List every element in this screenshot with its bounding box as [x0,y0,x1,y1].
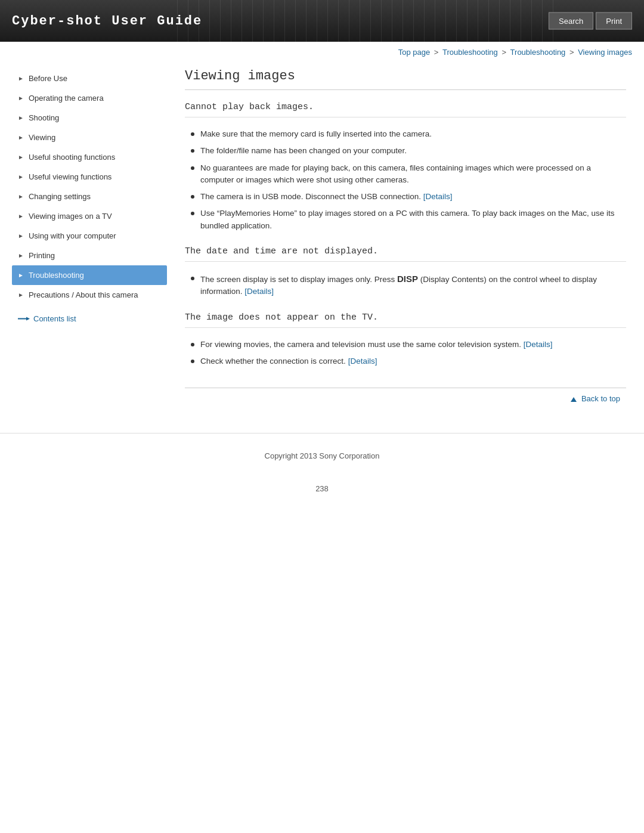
sidebar-item-useful-shooting[interactable]: ► Useful shooting functions [12,147,167,167]
section-title-cannot-playback: Cannot play back images. [185,102,626,117]
arrow-icon-troubleshooting: ► [18,272,24,278]
list-item-text: Check whether the connection is correct.… [200,355,377,367]
sidebar-label-before-use: Before Use [29,74,67,83]
list-item-text: The folder/file name has been changed on… [200,145,407,157]
arrow-icon-shooting: ► [18,114,24,121]
breadcrumb-sep-3: > [569,48,576,57]
list-item: Check whether the connection is correct.… [185,353,626,370]
search-button[interactable]: Search [549,13,593,30]
sidebar-label-shooting: Shooting [29,113,59,122]
arrow-icon-computer: ► [18,233,24,239]
sidebar-label-operating: Operating the camera [29,94,104,103]
list-item-text: Make sure that the memory card is fully … [200,128,432,140]
bullet-icon [191,343,194,346]
print-button[interactable]: Print [596,13,632,30]
sidebar: ► Before Use ► Operating the camera ► Sh… [12,63,167,421]
sidebar-label-precautions: Precautions / About this camera [29,290,138,299]
bullet-icon [191,132,194,136]
breadcrumb-troubleshooting-1[interactable]: Troubleshooting [442,48,498,57]
sidebar-label-changing-settings: Changing settings [29,192,91,201]
arrow-right-icon [18,316,30,322]
sidebar-label-viewing-tv: Viewing images on a TV [29,212,112,221]
list-item-text: The screen display is set to display ima… [200,272,626,298]
sidebar-item-computer[interactable]: ► Using with your computer [12,226,167,246]
disp-text: DISP [397,274,418,284]
arrow-icon-changing-settings: ► [18,193,24,200]
sidebar-item-changing-settings[interactable]: ► Changing settings [12,187,167,206]
breadcrumb-top-page[interactable]: Top page [398,48,431,57]
list-item: The folder/file name has been changed on… [185,143,626,159]
sidebar-label-troubleshooting: Troubleshooting [29,271,84,280]
sidebar-item-precautions[interactable]: ► Precautions / About this camera [12,285,167,305]
arrow-icon-precautions: ► [18,292,24,298]
page-footer: Copyright 2013 Sony Corporation [0,433,644,472]
arrow-icon-useful-viewing: ► [18,174,24,180]
bullet-icon [191,360,194,363]
breadcrumb-sep-2: > [501,48,508,57]
sidebar-label-computer: Using with your computer [29,231,116,240]
date-time-list: The screen display is set to display ima… [185,270,626,301]
back-to-top-link[interactable]: Back to top [571,394,620,403]
breadcrumb: Top page > Troubleshooting > Troubleshoo… [0,42,644,63]
section-title-date-time: The date and time are not displayed. [185,246,626,262]
back-to-top-bar: Back to top [185,388,626,409]
header: Cyber-shot User Guide Search Print [0,0,644,42]
main-layout: ► Before Use ► Operating the camera ► Sh… [0,63,644,421]
list-item: For viewing movies, the camera and telev… [185,336,626,353]
copyright-text: Copyright 2013 Sony Corporation [265,451,380,460]
list-item-text: Use “PlayMemories Home” to play images s… [200,208,626,232]
cannot-playback-list: Make sure that the memory card is fully … [185,126,626,234]
image-tv-list: For viewing movies, the camera and telev… [185,336,626,370]
details-link-disp[interactable]: [Details] [244,287,274,296]
page-title: Viewing images [185,69,626,90]
list-item-text: The camera is in USB mode. Disconnect th… [200,191,452,203]
arrow-icon-before-use: ► [18,75,24,82]
list-item: No guarantees are made for playing back,… [185,160,626,189]
bullet-icon [191,212,194,215]
arrow-icon-useful-shooting: ► [18,154,24,160]
sidebar-item-useful-viewing[interactable]: ► Useful viewing functions [12,167,167,187]
section-title-image-tv: The image does not appear on the TV. [185,312,626,328]
section-image-tv: The image does not appear on the TV. For… [185,312,626,370]
details-link-tv-system[interactable]: [Details] [524,340,553,349]
arrow-icon-operating: ► [18,95,24,101]
sidebar-item-troubleshooting[interactable]: ► Troubleshooting [12,265,167,285]
list-item: Use “PlayMemories Home” to play images s… [185,205,626,234]
sidebar-item-shooting[interactable]: ► Shooting [12,108,167,128]
details-link-tv-connection[interactable]: [Details] [348,357,377,366]
bullet-icon [191,166,194,170]
arrow-icon-viewing: ► [18,134,24,141]
section-cannot-playback: Cannot play back images. Make sure that … [185,102,626,234]
sidebar-item-printing[interactable]: ► Printing [12,246,167,265]
contents-list-link[interactable]: Contents list [12,308,167,329]
arrow-icon-viewing-tv: ► [18,213,24,219]
sidebar-label-viewing: Viewing [29,133,55,142]
section-date-time: The date and time are not displayed. The… [185,246,626,301]
main-content: Viewing images Cannot play back images. … [179,63,632,421]
sidebar-label-useful-viewing: Useful viewing functions [29,172,112,181]
list-item-text: For viewing movies, the camera and telev… [200,339,553,351]
bullet-icon [191,195,194,199]
bullet-icon [191,277,194,280]
triangle-up-icon [571,397,577,402]
header-action-buttons: Search Print [549,13,632,30]
list-item: Make sure that the memory card is fully … [185,126,626,143]
list-item: The screen display is set to display ima… [185,270,626,301]
bullet-icon [191,149,194,153]
breadcrumb-viewing-images[interactable]: Viewing images [578,48,632,57]
breadcrumb-sep-1: > [434,48,441,57]
sidebar-item-viewing[interactable]: ► Viewing [12,128,167,147]
arrow-icon-printing: ► [18,252,24,259]
list-item: The camera is in USB mode. Disconnect th… [185,188,626,205]
list-item-text: No guarantees are made for playing back,… [200,162,626,187]
contents-list-label: Contents list [33,314,76,323]
sidebar-item-viewing-tv[interactable]: ► Viewing images on a TV [12,206,167,226]
app-title: Cyber-shot User Guide [12,14,202,29]
sidebar-label-printing: Printing [29,251,55,260]
details-link-usb[interactable]: [Details] [423,192,453,201]
sidebar-label-useful-shooting: Useful shooting functions [29,153,115,162]
sidebar-item-operating[interactable]: ► Operating the camera [12,88,167,108]
sidebar-item-before-use[interactable]: ► Before Use [12,69,167,88]
back-to-top-label: Back to top [581,394,620,403]
breadcrumb-troubleshooting-2[interactable]: Troubleshooting [510,48,566,57]
